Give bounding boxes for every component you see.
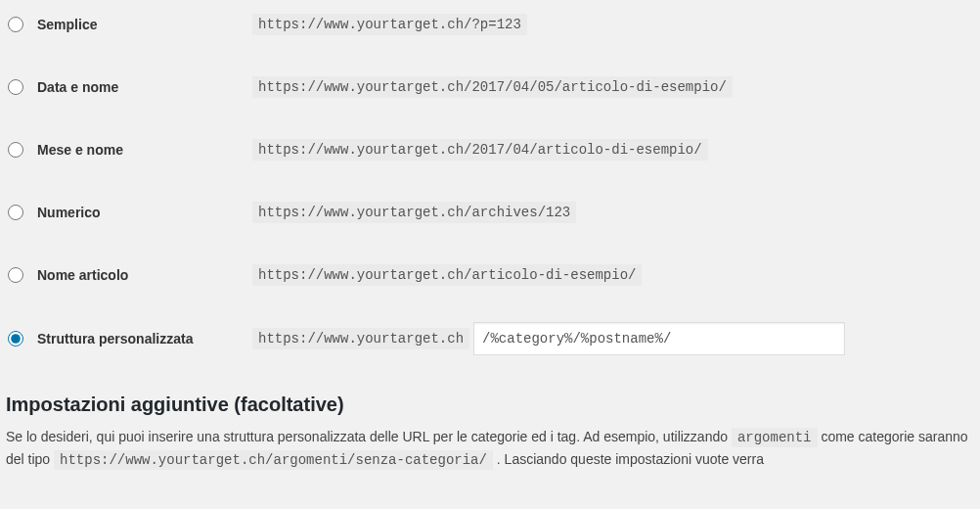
permalink-option-simple-label[interactable]: Semplice: [8, 17, 252, 32]
option-label: Semplice: [37, 17, 97, 32]
radio-simple[interactable]: [8, 17, 23, 32]
permalink-option-numeric: Numerico https://www.yourtarget.ch/archi…: [0, 188, 980, 237]
permalink-option-custom: Struttura personalizzata https://www.you…: [0, 313, 980, 364]
example-url: https://www.yourtarget.ch/?p=123: [252, 14, 527, 35]
option-label: Struttura personalizzata: [37, 331, 193, 347]
custom-structure-input[interactable]: [473, 322, 845, 355]
site-url-prefix: https://www.yourtarget.ch: [252, 328, 469, 349]
permalink-option-month-name-label[interactable]: Mese e nome: [8, 142, 252, 158]
option-label: Nome articolo: [37, 267, 128, 283]
permalink-option-date-name-label[interactable]: Data e nome: [8, 79, 252, 95]
radio-month-name[interactable]: [8, 142, 23, 158]
permalink-option-month-name: Mese e nome https://www.yourtarget.ch/20…: [0, 125, 980, 174]
permalink-option-numeric-label[interactable]: Numerico: [8, 205, 252, 220]
permalink-option-postname: Nome articolo https://www.yourtarget.ch/…: [0, 251, 980, 300]
option-label: Data e nome: [37, 79, 118, 95]
radio-postname[interactable]: [8, 267, 23, 283]
option-label: Mese e nome: [37, 142, 123, 158]
example-cell: https://www.yourtarget.ch/2017/04/05/art…: [252, 76, 980, 98]
example-url: https://www.yourtarget.ch/archives/123: [252, 202, 576, 223]
custom-cell: https://www.yourtarget.ch: [252, 322, 980, 355]
permalink-structure-form: Semplice https://www.yourtarget.ch/?p=12…: [0, 0, 980, 364]
permalink-option-postname-label[interactable]: Nome articolo: [8, 267, 252, 283]
desc-text: . Lasciando queste impostazioni vuote ve…: [497, 451, 764, 467]
desc-text: Se lo desideri, qui puoi inserire una st…: [6, 429, 732, 444]
radio-custom[interactable]: [8, 331, 23, 347]
permalink-option-simple: Semplice https://www.yourtarget.ch/?p=12…: [0, 0, 980, 49]
option-label: Numerico: [37, 205, 101, 220]
desc-code-argomenti: argomenti: [732, 428, 818, 447]
example-url: https://www.yourtarget.ch/articolo-di-es…: [252, 264, 642, 286]
radio-numeric[interactable]: [8, 205, 23, 220]
optional-settings-description: Se lo desideri, qui puoi inserire una st…: [6, 426, 980, 472]
example-url: https://www.yourtarget.ch/2017/04/05/art…: [252, 76, 733, 98]
optional-settings-heading: Impostazioni aggiuntive (facoltative): [6, 393, 980, 416]
desc-code-url: https://www.yourtarget.ch/argomenti/senz…: [54, 450, 493, 470]
radio-date-name[interactable]: [8, 79, 23, 95]
example-cell: https://www.yourtarget.ch/archives/123: [252, 202, 980, 223]
example-cell: https://www.yourtarget.ch/articolo-di-es…: [252, 264, 980, 286]
example-cell: https://www.yourtarget.ch/2017/04/artico…: [252, 139, 980, 161]
example-url: https://www.yourtarget.ch/2017/04/artico…: [252, 139, 708, 161]
permalink-option-date-name: Data e nome https://www.yourtarget.ch/20…: [0, 63, 980, 112]
permalink-option-custom-label[interactable]: Struttura personalizzata: [8, 331, 252, 347]
example-cell: https://www.yourtarget.ch/?p=123: [252, 14, 980, 35]
